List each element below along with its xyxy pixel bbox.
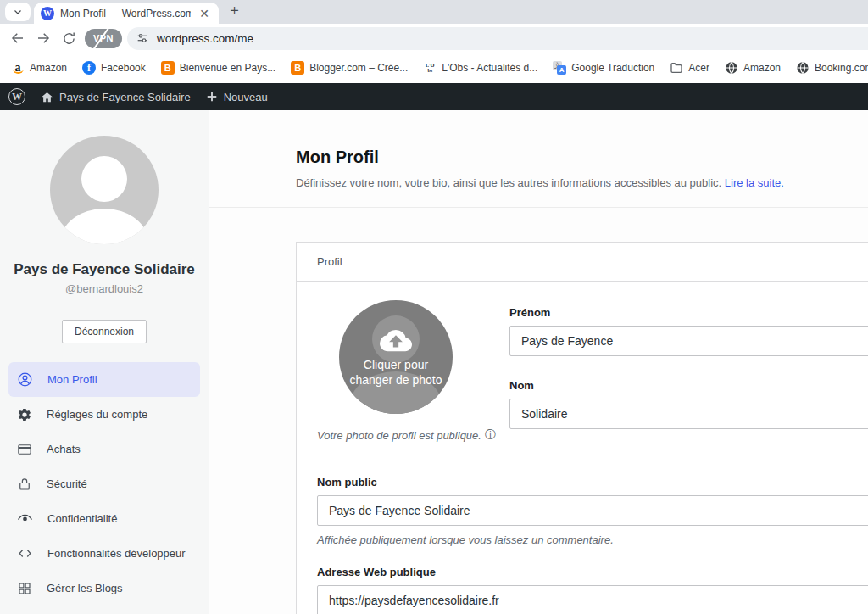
user-circle-icon <box>17 371 33 388</box>
credit-card-icon <box>17 442 32 457</box>
public-url-field[interactable] <box>317 585 868 614</box>
bookmark-label: Booking.com <box>815 62 868 74</box>
url-text[interactable]: wordpress.com/me <box>157 32 253 45</box>
bookmark-label: Acer <box>688 62 709 74</box>
lobs-icon: L'Obs <box>423 61 437 75</box>
chevron-down-icon <box>13 7 23 17</box>
public-name-field[interactable] <box>317 495 868 526</box>
bookmark-amazon-2[interactable]: Amazon <box>719 59 787 77</box>
reload-button[interactable] <box>58 27 80 49</box>
grid-icon <box>17 581 32 596</box>
page-title: Mon Profil <box>296 148 868 167</box>
plus-icon <box>206 91 218 103</box>
new-tab-button[interactable]: ＋ <box>227 0 242 20</box>
lock-icon <box>17 477 32 492</box>
display-name: Pays de Fayence Solidaire <box>0 261 209 278</box>
vpn-extension-badge[interactable]: VPN <box>85 29 122 48</box>
wordpress-logo-icon: W <box>8 88 25 105</box>
last-name-field[interactable] <box>509 399 868 429</box>
address-bar[interactable]: wordpress.com/me <box>127 27 868 50</box>
bookmark-label: Blogger.com – Crée... <box>309 62 408 74</box>
tab-search-button[interactable] <box>5 3 31 21</box>
home-icon <box>41 91 53 103</box>
bookmark-label: L'Obs - Actualités d... <box>442 62 537 74</box>
change-photo-button[interactable]: Cliquer pour changer de photo <box>339 300 453 414</box>
sidebar-item-mon-profil[interactable]: Mon Profil <box>8 362 200 397</box>
sidebar-nav: Mon Profil Réglages du compte Achats Séc… <box>0 362 209 606</box>
bookmarks-bar: a Amazon f Facebook B Bienvenue en Pays.… <box>0 53 868 83</box>
sidebar-item-label: Mon Profil <box>47 373 97 386</box>
bookmark-label: Amazon <box>743 62 781 74</box>
photo-note-text: Votre photo de profil est publique. <box>317 429 481 442</box>
code-brackets-icon <box>17 545 33 561</box>
public-url-label: Adresse Web publique <box>317 566 868 578</box>
sidebar-item-securite[interactable]: Sécurité <box>8 466 200 501</box>
bookmark-label: Facebook <box>101 62 146 74</box>
browser-toolbar: VPN wordpress.com/me <box>0 24 868 53</box>
back-arrow-icon <box>10 31 25 46</box>
admin-bar-site-link[interactable]: Pays de Fayence Solidaire <box>41 91 191 103</box>
first-name-field[interactable] <box>509 326 868 356</box>
bookmark-folder-acer[interactable]: Acer <box>664 59 715 77</box>
card-title: Profil <box>297 243 868 282</box>
read-more-link[interactable]: Lire la suite. <box>725 176 784 189</box>
bookmark-label: Amazon <box>30 62 67 74</box>
profile-sidebar: Pays de Fayence Solidaire @bernardlouis2… <box>0 110 209 614</box>
amazon-icon: a <box>11 61 25 75</box>
photo-public-note: Votre photo de profil est publique. ⓘ <box>317 427 509 443</box>
folder-icon <box>670 61 683 75</box>
sidebar-item-label: Fonctionnalités développeur <box>47 547 186 560</box>
forward-button[interactable] <box>32 27 54 49</box>
bookmark-lobs[interactable]: L'Obs L'Obs - Actualités d... <box>417 59 543 77</box>
forward-arrow-icon <box>36 31 51 46</box>
eye-icon <box>17 511 33 527</box>
wp-logo-menu[interactable]: W <box>8 88 25 105</box>
profile-card: Profil Cliquer pour changer de photo <box>296 242 868 614</box>
bookmark-label: Google Traduction <box>571 62 654 74</box>
public-name-label: Nom public <box>317 476 868 488</box>
bookmark-booking[interactable]: Booking.com <box>790 59 868 77</box>
logout-button[interactable]: Déconnexion <box>62 320 147 343</box>
public-name-help: Affichée publiquement lorsque vous laiss… <box>317 533 868 546</box>
tab-close-icon[interactable]: ✕ <box>197 7 212 20</box>
reload-icon <box>62 31 76 46</box>
site-settings-tune-icon[interactable] <box>136 31 149 45</box>
bookmark-amazon[interactable]: a Amazon <box>5 59 73 77</box>
avatar <box>50 136 159 244</box>
bookmark-label: Bienvenue en Pays... <box>180 62 275 74</box>
bookmark-bienvenue[interactable]: B Bienvenue en Pays... <box>155 59 281 77</box>
bookmark-facebook[interactable]: f Facebook <box>76 59 152 77</box>
globe-icon <box>796 61 810 75</box>
new-label: Nouveau <box>224 91 268 103</box>
facebook-icon: f <box>82 61 96 75</box>
blogger-icon: B <box>291 61 304 75</box>
wp-admin-bar: W Pays de Fayence Solidaire Nouveau <box>0 83 868 110</box>
tab-title: Mon Profil — WordPress.com <box>60 8 191 20</box>
bookmark-blogger[interactable]: B Blogger.com – Crée... <box>285 59 414 77</box>
browser-tab-strip: W Mon Profil — WordPress.com ✕ ＋ <box>0 0 868 24</box>
info-icon[interactable]: ⓘ <box>485 427 496 443</box>
google-translate-icon: 文A <box>553 61 566 75</box>
last-name-label: Nom <box>509 379 868 392</box>
back-button[interactable] <box>7 27 29 49</box>
gear-icon <box>17 407 32 422</box>
sidebar-item-label: Gérer les Blogs <box>47 582 123 594</box>
subtitle-text: Définissez votre nom, votre bio, ainsi q… <box>296 176 721 189</box>
vpn-label: VPN <box>93 33 114 43</box>
sidebar-item-fonctionnalites-developpeur[interactable]: Fonctionnalités développeur <box>8 536 200 571</box>
username-handle: @bernardlouis2 <box>0 282 209 295</box>
sidebar-item-confidentialite[interactable]: Confidentialité <box>8 501 200 536</box>
sidebar-item-gerer-les-blogs[interactable]: Gérer les Blogs <box>8 571 200 606</box>
sidebar-item-achats[interactable]: Achats <box>8 432 200 466</box>
change-photo-label: Cliquer pour changer de photo <box>348 357 443 388</box>
wordpress-favicon-icon: W <box>41 7 54 20</box>
sidebar-item-reglages[interactable]: Réglages du compte <box>8 397 200 432</box>
blogger-icon: B <box>161 61 175 75</box>
bookmark-google-traduction[interactable]: 文A Google Traduction <box>547 59 660 77</box>
site-name: Pays de Fayence Solidaire <box>59 91 191 103</box>
admin-bar-new-button[interactable]: Nouveau <box>206 91 268 103</box>
cloud-upload-icon <box>380 327 412 352</box>
sidebar-item-label: Achats <box>47 443 81 455</box>
browser-tab-active[interactable]: W Mon Profil — WordPress.com ✕ <box>34 3 219 24</box>
sidebar-item-label: Sécurité <box>47 477 87 490</box>
